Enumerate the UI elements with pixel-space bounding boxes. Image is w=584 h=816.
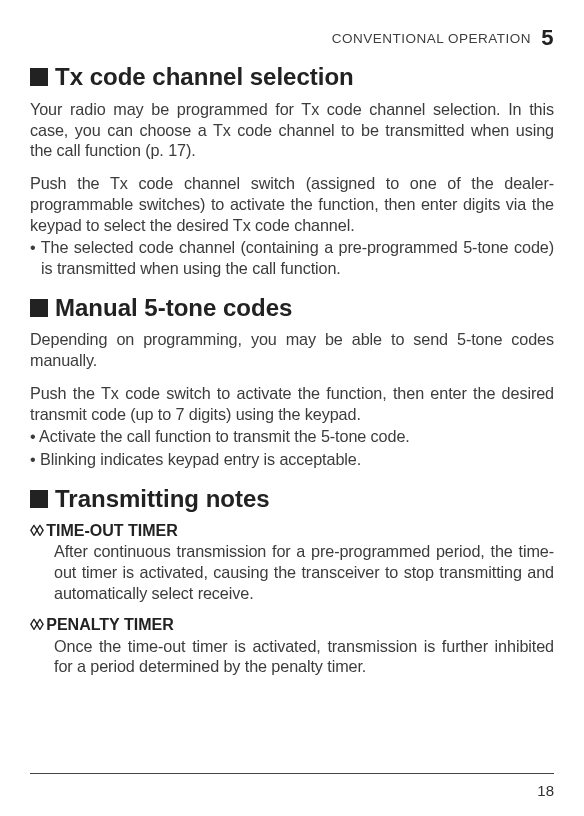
tx-paragraph-1: Your radio may be programmed for Tx code…	[30, 99, 554, 161]
section-title-notes: Transmitting notes	[30, 484, 554, 515]
tx-paragraph-2: Push the Tx code channel switch (assigne…	[30, 173, 554, 235]
sub-body-penalty: Once the time-out timer is activated, tr…	[30, 636, 554, 677]
footer-divider	[30, 773, 554, 774]
diamond-icon: ◊◊	[30, 616, 44, 633]
section-title-manual: Manual 5-tone codes	[30, 293, 554, 324]
section-tx-code: Tx code channel selection Your radio may…	[30, 62, 554, 279]
running-header: CONVENTIONAL OPERATION 5	[30, 24, 554, 52]
square-bullet-icon	[30, 490, 48, 508]
manual-bullet-2: • Blinking indicates keypad entry is acc…	[30, 449, 554, 470]
sub-title-timeout-text: TIME-OUT TIMER	[46, 522, 178, 539]
manual-bullet-1: • Activate the call function to transmit…	[30, 426, 554, 447]
section-title-tx: Tx code channel selection	[30, 62, 554, 93]
tx-bullet-1: • The selected code channel (containing …	[30, 237, 554, 278]
section-transmitting-notes: Transmitting notes ◊◊ TIME-OUT TIMER Aft…	[30, 484, 554, 677]
section-title-notes-text: Transmitting notes	[55, 485, 270, 512]
sub-title-penalty: ◊◊ PENALTY TIMER	[30, 615, 554, 635]
section-title-manual-text: Manual 5-tone codes	[55, 294, 292, 321]
manual-paragraph-2: Push the Tx code switch to activate the …	[30, 383, 554, 424]
sub-title-timeout: ◊◊ TIME-OUT TIMER	[30, 521, 554, 541]
section-title-tx-text: Tx code channel selection	[55, 63, 354, 90]
square-bullet-icon	[30, 299, 48, 317]
manual-paragraph-1: Depending on programming, you may be abl…	[30, 329, 554, 370]
section-manual-5tone: Manual 5-tone codes Depending on program…	[30, 293, 554, 470]
diamond-icon: ◊◊	[30, 522, 44, 539]
square-bullet-icon	[30, 68, 48, 86]
sub-title-penalty-text: PENALTY TIMER	[46, 616, 173, 633]
chapter-number: 5	[541, 25, 554, 50]
page-number: 18	[537, 781, 554, 800]
running-title-text: CONVENTIONAL OPERATION	[332, 31, 531, 46]
sub-body-timeout: After continuous transmission for a pre-…	[30, 541, 554, 603]
